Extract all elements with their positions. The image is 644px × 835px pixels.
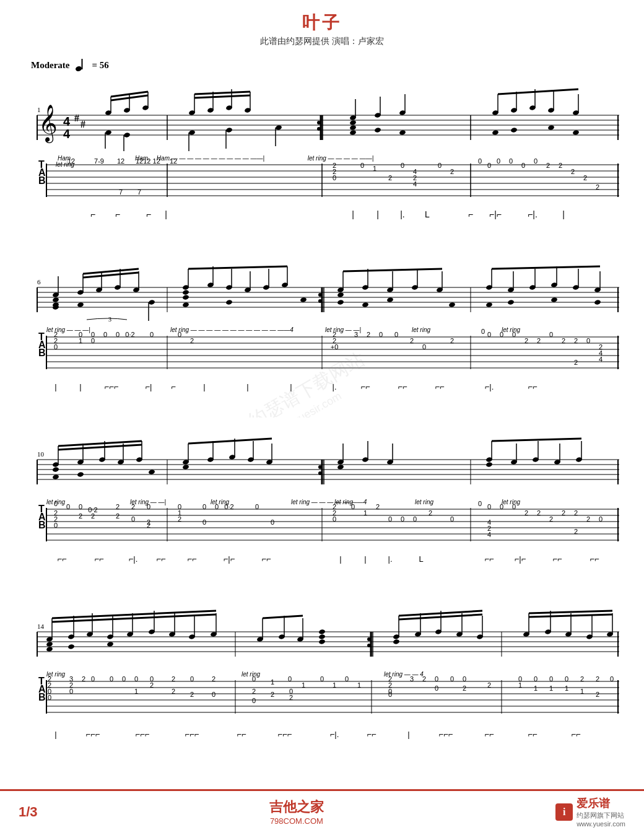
svg-text:2: 2: [562, 337, 565, 344]
svg-text:12 12: 12 12: [143, 157, 160, 165]
svg-text:2: 2: [571, 168, 575, 175]
svg-text:0: 0: [599, 515, 603, 523]
svg-point-221: [594, 299, 601, 305]
svg-text:let ring: let ring: [334, 499, 353, 505]
svg-point-220: [550, 297, 557, 302]
svg-text:2: 2: [574, 359, 578, 366]
svg-text:0: 0: [134, 675, 138, 683]
svg-text:0·2: 0·2: [224, 503, 233, 510]
score-row-4: 14: [19, 595, 625, 768]
svg-text:B: B: [38, 520, 46, 530]
svg-line-37: [194, 95, 250, 98]
svg-text:0: 0: [54, 522, 58, 529]
svg-point-46: [349, 125, 356, 130]
score-row-2: 6 3: [19, 250, 625, 418]
svg-text:0: 0: [212, 691, 215, 698]
svg-text:2: 2: [82, 675, 85, 683]
brand2-icon: i: [555, 803, 573, 821]
svg-point-0: [76, 66, 83, 72]
svg-text:1: 1: [37, 106, 41, 113]
svg-point-26: [123, 132, 130, 138]
svg-text:⌐⌐⌐: ⌐⌐⌐: [105, 382, 119, 391]
svg-point-202: [362, 302, 368, 307]
svg-text:|: |: [339, 554, 341, 564]
svg-text:0: 0: [91, 675, 95, 683]
svg-text:2: 2: [131, 503, 135, 510]
svg-text:⌐⌐: ⌐⌐: [484, 554, 494, 564]
svg-text:0: 0: [48, 694, 51, 701]
svg-text:0: 0: [190, 675, 194, 683]
svg-text:0: 0: [345, 675, 349, 683]
svg-text:⌐: ⌐: [146, 209, 151, 219]
svg-point-184: [300, 297, 307, 302]
song-title: 叶子: [19, 11, 625, 35]
svg-text:⌐⌐: ⌐⌐: [590, 554, 599, 564]
svg-text:2: 2: [524, 337, 528, 344]
svg-text:0: 0: [549, 331, 553, 338]
score-row-1: 𝄞 4 4 # #: [19, 72, 625, 245]
svg-text:0: 0: [103, 331, 107, 338]
svg-text:B: B: [38, 692, 46, 702]
svg-text:|.: |.: [333, 382, 337, 391]
svg-text:|: |: [79, 382, 81, 391]
svg-point-165: [148, 299, 155, 305]
svg-text:0: 0: [360, 162, 364, 169]
svg-text:0: 0: [351, 503, 355, 510]
svg-text:0: 0: [512, 331, 516, 338]
svg-text:⌐⌐: ⌐⌐: [360, 382, 370, 391]
svg-text:⌐|.: ⌐|.: [129, 554, 138, 564]
svg-text:2: 2: [410, 337, 414, 344]
song-subtitle: 此谱由约瑟网提供 演唱：卢家宏: [19, 36, 625, 47]
svg-text:⌐⌐: ⌐⌐: [367, 730, 376, 739]
svg-text:0: 0: [478, 157, 482, 165]
svg-text:0: 0: [450, 515, 454, 523]
svg-text:4: 4: [63, 127, 71, 141]
svg-text:0: 0: [288, 675, 292, 683]
svg-text:2: 2: [487, 681, 491, 689]
svg-text:⌐⌐⌐: ⌐⌐⌐: [136, 730, 150, 739]
svg-text:0: 0: [549, 675, 553, 683]
brand2-main: 爱乐谱: [577, 796, 625, 811]
svg-point-475: [46, 646, 53, 652]
svg-point-485: [318, 634, 325, 639]
svg-text:|.: |.: [388, 554, 393, 564]
svg-text:⌐|⌐: ⌐|⌐: [489, 209, 502, 219]
svg-text:2: 2: [271, 691, 274, 698]
svg-line-332: [188, 439, 272, 444]
svg-text:⌐⌐⌐: ⌐⌐⌐: [185, 730, 199, 739]
svg-text:0·2: 0·2: [125, 331, 134, 338]
svg-text:2: 2: [91, 512, 95, 520]
svg-text:2: 2: [252, 688, 256, 695]
svg-text:2: 2: [583, 174, 587, 181]
svg-text:2: 2: [546, 162, 550, 169]
footer-brand1: 吉他之家 798COM.COM: [269, 798, 324, 826]
svg-text:3: 3: [354, 331, 358, 338]
svg-point-320: [148, 469, 155, 474]
svg-text:0: 0: [252, 675, 256, 683]
svg-text:B: B: [38, 175, 46, 186]
svg-point-493: [393, 639, 399, 644]
page-container: 叶子 此谱由约瑟网提供 演唱：卢家宏 Moderate = 56: [0, 0, 644, 835]
svg-text:⌐⌐: ⌐⌐: [237, 730, 246, 739]
svg-text:2: 2: [580, 675, 584, 683]
svg-text:2: 2: [429, 509, 432, 517]
svg-text:7: 7: [137, 188, 141, 196]
svg-line-69: [498, 89, 578, 94]
svg-text:12: 12: [136, 157, 143, 165]
svg-text:0: 0: [379, 331, 383, 338]
svg-text:0: 0: [463, 675, 466, 683]
svg-text:2: 2: [422, 675, 426, 683]
tempo-line: Moderate = 56: [31, 58, 625, 72]
svg-text:0: 0: [178, 331, 181, 338]
svg-text:2: 2: [116, 512, 120, 520]
svg-text:⌐⌐: ⌐⌐: [261, 554, 271, 564]
svg-text:2: 2: [559, 162, 562, 169]
svg-line-473: [52, 611, 216, 618]
svg-text:1: 1: [333, 681, 336, 689]
svg-text:0: 0: [512, 503, 516, 510]
svg-text:0: 0: [202, 503, 206, 510]
svg-text:2: 2: [524, 509, 528, 517]
svg-text:3: 3: [410, 675, 414, 683]
svg-line-36: [194, 92, 250, 94]
svg-text:4: 4: [413, 180, 417, 188]
